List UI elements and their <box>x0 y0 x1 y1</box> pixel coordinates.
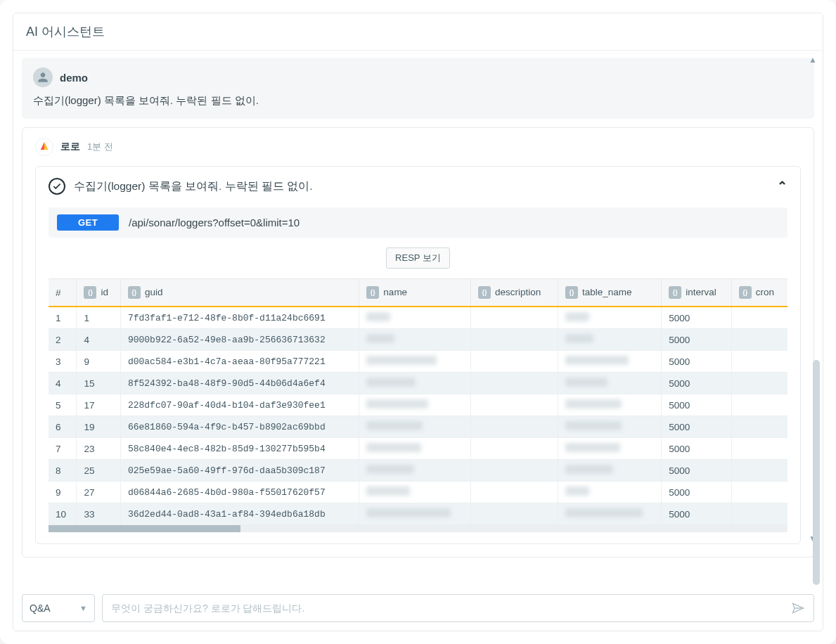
table-row[interactable]: 825025e59ae-5a60-49ff-976d-daa5b309c1875… <box>49 460 787 482</box>
table-row[interactable]: 61966e81860-594a-4f9c-b457-b8902ac69bbd5… <box>49 416 787 438</box>
horizontal-scrollbar[interactable] <box>49 525 787 532</box>
table-row[interactable]: 4158f524392-ba48-48f9-90d5-44b06d4a6ef45… <box>49 373 787 394</box>
table-cell <box>731 351 787 373</box>
table-cell-redacted <box>359 394 471 416</box>
table-cell <box>731 329 787 351</box>
vertical-scrollbar[interactable] <box>813 360 820 585</box>
column-header[interactable]: # <box>49 279 77 307</box>
table-row[interactable]: 517228dfc07-90af-40d4-b104-daf3e930fee15… <box>49 394 787 416</box>
type-badge-icon: {} <box>565 286 578 299</box>
column-header[interactable]: {}description <box>470 279 558 307</box>
http-method-badge: GET <box>57 214 119 231</box>
column-label: table_name <box>582 287 632 297</box>
table-row[interactable]: 927d06844a6-2685-4b0d-980a-f55017620f575… <box>49 482 787 503</box>
table-cell: 7fd3faf1-e712-48fe-8b0f-d11a24bc6691 <box>120 307 359 329</box>
column-label: guid <box>145 287 163 297</box>
table-cell <box>731 307 787 329</box>
chat-input[interactable] <box>111 603 791 614</box>
result-table: #{}id{}guid{}name{}description{}table_na… <box>49 279 787 525</box>
chevron-down-icon: ▼ <box>79 604 87 612</box>
table-cell-redacted <box>470 460 558 482</box>
bot-message: 로로 1분 전 수집기(logger) 목록을 보여줘. 누락된 필드 없이. … <box>22 127 814 558</box>
table-cell: 15 <box>77 373 120 394</box>
type-badge-icon: {} <box>366 286 379 299</box>
table-row[interactable]: 72358c840e4-4ec8-482b-85d9-130277b595b45… <box>49 438 787 460</box>
table-row[interactable]: 117fd3faf1-e712-48fe-8b0f-d11a24bc669150… <box>49 307 787 329</box>
table-cell-redacted <box>359 373 471 394</box>
mode-label: Q&A <box>30 603 51 614</box>
table-cell: 1 <box>49 307 77 329</box>
task-title: 수집기(logger) 목록을 보여줘. 누락된 필드 없이. <box>74 179 769 194</box>
scroll-up-icon[interactable]: ▲ <box>809 55 817 65</box>
column-header[interactable]: {}cron <box>731 279 787 307</box>
table-cell: 25 <box>77 460 120 482</box>
type-badge-icon: {} <box>84 286 96 299</box>
table-cell <box>731 482 787 503</box>
result-table-wrap[interactable]: #{}id{}guid{}name{}description{}table_na… <box>49 278 787 532</box>
column-label: description <box>495 287 541 297</box>
table-cell: 7 <box>49 438 77 460</box>
table-cell: 5000 <box>662 460 732 482</box>
table-cell: 4 <box>49 373 77 394</box>
table-cell: 3 <box>49 351 77 373</box>
column-label: id <box>101 287 108 297</box>
table-cell: 23 <box>77 438 120 460</box>
table-cell-redacted <box>558 373 661 394</box>
table-cell: 5000 <box>662 307 732 329</box>
check-circle-icon <box>49 178 65 195</box>
table-cell-redacted <box>359 482 471 503</box>
table-cell: 5000 <box>662 503 732 525</box>
table-cell-redacted <box>558 416 661 438</box>
table-cell: 8 <box>49 460 77 482</box>
table-cell: 5000 <box>662 416 732 438</box>
table-row[interactable]: 39d00ac584-e3b1-4c7a-aeaa-80f95a77722150… <box>49 351 787 373</box>
table-cell-redacted <box>470 329 558 351</box>
table-cell-redacted <box>359 307 471 329</box>
user-name: demo <box>60 72 88 84</box>
table-cell-redacted <box>470 416 558 438</box>
table-cell: 5000 <box>662 438 732 460</box>
table-cell: 36d2ed44-0ad8-43a1-af84-394edb6a18db <box>120 503 359 525</box>
table-cell: 5000 <box>662 351 732 373</box>
assistant-panel: AI 어시스턴트 ▲ demo 수집기(logger) 목록을 보여줘. 누락된… <box>13 13 823 631</box>
table-cell-redacted <box>359 438 471 460</box>
table-cell <box>731 460 787 482</box>
user-message: demo 수집기(logger) 목록을 보여줘. 누락된 필드 없이. <box>22 58 814 119</box>
column-header[interactable]: {}interval <box>662 279 732 307</box>
table-cell: 66e81860-594a-4f9c-b457-b8902ac69bbd <box>120 416 359 438</box>
table-cell: 10 <box>49 503 77 525</box>
mode-select[interactable]: Q&A ▼ <box>22 594 95 622</box>
table-cell: 6 <box>49 416 77 438</box>
input-bar: Q&A ▼ <box>13 587 823 631</box>
send-icon[interactable] <box>791 601 805 615</box>
column-header[interactable]: {}id <box>77 279 120 307</box>
table-cell-redacted <box>359 329 471 351</box>
table-row[interactable]: 249000b922-6a52-49e8-aa9b-25663671363250… <box>49 329 787 351</box>
table-cell-redacted <box>558 329 661 351</box>
column-label: cron <box>756 287 774 297</box>
table-row[interactable]: 103336d2ed44-0ad8-43a1-af84-394edb6a18db… <box>49 503 787 525</box>
chevron-up-icon[interactable]: ⌃ <box>777 179 787 194</box>
column-header[interactable]: {}table_name <box>558 279 661 307</box>
resp-view-button[interactable]: RESP 보기 <box>386 247 450 269</box>
chat-input-wrap <box>102 594 814 622</box>
bot-name: 로로 <box>60 141 80 153</box>
table-cell: 8f524392-ba48-48f9-90d5-44b06d4a6ef4 <box>120 373 359 394</box>
column-header[interactable]: {}name <box>359 279 471 307</box>
table-cell-redacted <box>470 394 558 416</box>
table-cell: 5000 <box>662 373 732 394</box>
page-title: AI 어시스턴트 <box>13 13 823 51</box>
table-cell: 9 <box>49 482 77 503</box>
table-cell-redacted <box>470 351 558 373</box>
column-header[interactable]: {}guid <box>120 279 359 307</box>
table-cell-redacted <box>470 373 558 394</box>
table-cell-redacted <box>558 438 661 460</box>
table-cell-redacted <box>359 351 471 373</box>
table-cell-redacted <box>470 307 558 329</box>
table-cell-redacted <box>558 351 661 373</box>
api-bar: GET /api/sonar/loggers?offset=0&limit=10 <box>49 207 787 238</box>
table-cell <box>731 373 787 394</box>
table-cell: 228dfc07-90af-40d4-b104-daf3e930fee1 <box>120 394 359 416</box>
table-cell <box>731 394 787 416</box>
table-cell: 5000 <box>662 394 732 416</box>
